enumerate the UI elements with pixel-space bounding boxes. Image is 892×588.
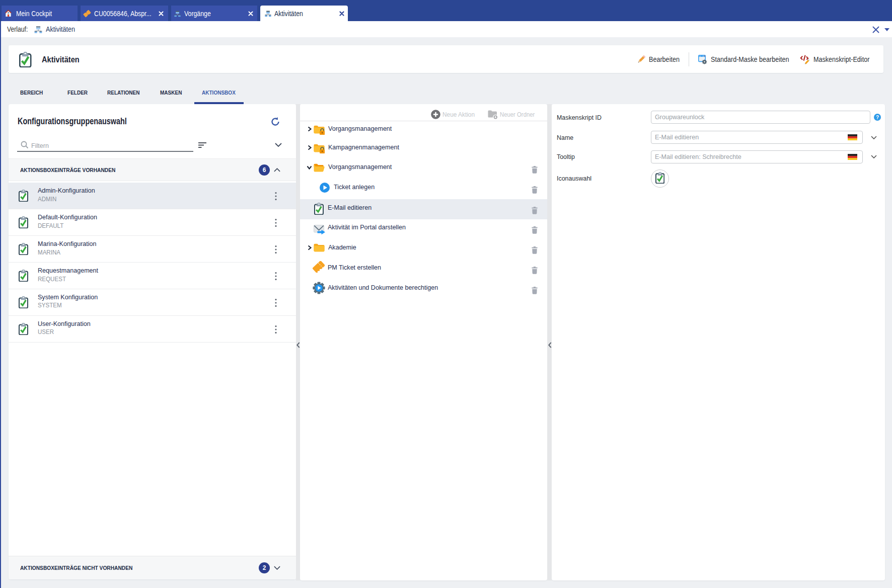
svg-text:?: ? [875,115,878,120]
